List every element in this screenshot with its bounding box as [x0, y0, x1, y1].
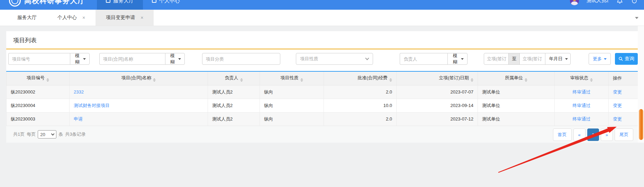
project-no-match-mode-button[interactable]: 模糊 [70, 53, 90, 65]
table-row: 纵202300022332测试人员2纵向2.02023-07-07测试单位终审通… [7, 85, 638, 99]
page-size-value: 20 [40, 132, 45, 137]
page-size-select[interactable]: 20 [38, 130, 56, 139]
pagination-buttons: 首页«1»尾页 [553, 128, 633, 141]
col-header-label: 批准(合同)经费 [357, 75, 388, 80]
app-brand[interactable]: 高校科研事务大厅 [9, 0, 85, 7]
caret-down-icon [604, 58, 607, 60]
leader-input[interactable] [400, 53, 447, 65]
caret-down-icon [461, 58, 464, 60]
leader-cell: 测试人员2 [208, 112, 260, 126]
col-header-start-date[interactable]: 立项(签订)日期 [397, 71, 478, 85]
action-cell: 变更 [609, 99, 638, 112]
tab-service-hall[interactable]: 服务大厅 [7, 10, 47, 26]
col-header-action: 操作 [609, 71, 638, 85]
unit-cell: 测试单位 [478, 112, 555, 126]
more-label: 更多 [593, 56, 602, 62]
budget-cell: 2.0 [324, 112, 397, 126]
col-header-label: 项目编号 [27, 75, 45, 80]
tab-label: 个人中心 [57, 15, 77, 21]
service-hall-icon [106, 0, 110, 3]
col-header-leader[interactable]: 负责人 [208, 71, 260, 85]
audit-status-cell: 终审通过 [555, 85, 609, 99]
col-header-label: 所属单位 [505, 75, 523, 80]
col-header-project-name[interactable]: 项目(合同)名称 [70, 71, 208, 85]
col-header-project-no[interactable]: 项目编号 [7, 71, 70, 85]
power-icon[interactable] [631, 0, 638, 4]
pagination-first-button[interactable]: 首页 [553, 128, 572, 141]
caret-down-icon [178, 58, 181, 60]
unit-cell: 测试单位 [478, 99, 555, 112]
sort-icon [389, 78, 392, 82]
more-filters-button[interactable]: 更多 [589, 53, 611, 65]
tab-label: 项目变更申请 [106, 15, 135, 21]
nav-menu-label: 个人中心 [159, 0, 180, 4]
budget-cell: 10.0 [324, 99, 397, 112]
col-header-label: 项目性质 [281, 75, 299, 80]
title-accent-divider [6, 48, 638, 50]
nav-menu-service-hall[interactable]: 服务大厅 [97, 0, 143, 10]
tab-overflow-caret-icon[interactable] [635, 17, 638, 19]
col-header-nature[interactable]: 项目性质 [260, 71, 324, 85]
leader-cell: 测试人员2 [208, 85, 260, 99]
action-cell: 变更 [609, 85, 638, 99]
project-no-cell: 纵20230002 [7, 85, 70, 99]
tab-close-icon[interactable]: × [82, 15, 85, 20]
navbar-right: 测试人员2 [570, 0, 639, 5]
date-granularity-button[interactable]: 年月日 [545, 53, 571, 64]
sort-icon [471, 78, 473, 82]
audit-status-link[interactable]: 终审通过 [573, 89, 591, 95]
caret-down-icon [565, 58, 568, 60]
bell-icon[interactable] [616, 0, 623, 4]
col-header-label: 审核状态 [570, 75, 588, 80]
project-no-filter-group: 模糊 [8, 53, 90, 65]
project-name-input[interactable] [99, 53, 165, 65]
start-date-cell: 2023-07-07 [397, 85, 478, 99]
sort-icon [46, 78, 49, 82]
col-header-budget[interactable]: 批准(合同)经费 [324, 71, 397, 85]
unit-label: 条 [58, 131, 63, 137]
audit-status-link[interactable]: 终审通过 [573, 116, 591, 122]
action-link[interactable]: 变更 [613, 116, 622, 122]
nav-menu-personal-center[interactable]: 个人中心 [143, 0, 189, 10]
project-no-cell: 纵20230004 [7, 99, 70, 112]
sort-icon [153, 78, 156, 82]
project-name-link[interactable]: 申请 [74, 116, 83, 122]
project-no-input[interactable] [8, 53, 70, 65]
date-start-input[interactable]: 立项(签订 [484, 53, 508, 64]
col-header-unit[interactable]: 所属单位 [478, 71, 555, 85]
col-header-label: 负责人 [225, 75, 238, 80]
date-end-input[interactable]: 立项(签订 [520, 53, 545, 64]
nature-cell: 纵向 [260, 85, 324, 99]
tab-personal-center[interactable]: 个人中心× [47, 10, 96, 26]
project-name-filter-group: 模糊 [99, 53, 185, 65]
user-avatar-icon[interactable] [570, 0, 579, 5]
scrollbar-thumb[interactable] [639, 109, 643, 140]
col-header-label: 项目(合同)名称 [121, 75, 152, 80]
pagination-last-button[interactable]: 尾页 [615, 128, 633, 141]
project-name-cell: 测试财务对接项目 [70, 99, 208, 112]
pagination-bar: 共1页 每页 20 条 共3条记录 首页«1»尾页 [6, 126, 638, 143]
tab-close-icon[interactable]: × [140, 15, 143, 20]
budget-cell: 2.0 [324, 85, 397, 99]
project-name-match-mode-button[interactable]: 模糊 [165, 53, 185, 65]
audit-status-link[interactable]: 终审通过 [573, 103, 591, 108]
search-button[interactable]: 查询 [615, 53, 638, 65]
action-link[interactable]: 变更 [613, 103, 622, 108]
app-title: 高校科研事务大厅 [24, 0, 85, 6]
project-name-link[interactable]: 2332 [74, 89, 84, 95]
pagination-next-button[interactable]: » [601, 128, 613, 141]
action-link[interactable]: 变更 [613, 89, 622, 95]
project-category-input[interactable] [202, 53, 280, 65]
leader-filter-group: 模糊 [400, 53, 468, 65]
pagination-prev-button[interactable]: « [573, 128, 586, 141]
project-nature-select[interactable]: 项目性质 [296, 53, 373, 65]
main-menu: 服务大厅个人中心 [97, 0, 189, 10]
pagination-page-1-button[interactable]: 1 [587, 128, 599, 141]
leader-match-mode-button[interactable]: 模糊 [447, 53, 468, 65]
app-logo-icon [9, 0, 21, 7]
project-name-link[interactable]: 测试财务对接项目 [74, 103, 110, 108]
col-header-audit-status[interactable]: 审核状态 [555, 71, 609, 85]
date-granularity-label: 年月日 [549, 56, 563, 62]
tab-project-change-request[interactable]: 项目变更申请× [96, 10, 154, 26]
top-navbar: 高校科研事务大厅 服务大厅个人中心 测试人员2 [0, 0, 644, 10]
